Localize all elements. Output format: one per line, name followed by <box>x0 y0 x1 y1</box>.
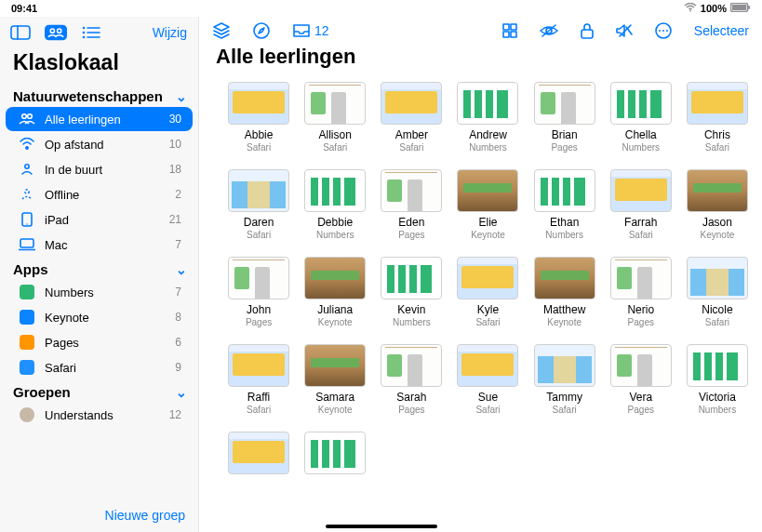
student-app: Safari <box>684 317 751 327</box>
groups-section-header[interactable]: Groepen ⌄ <box>0 380 198 402</box>
svg-point-10 <box>83 32 86 34</box>
sidebar-filter-offline[interactable]: Offline2 <box>6 182 193 206</box>
student-app: Numbers <box>608 142 675 153</box>
student-tile[interactable]: AmberSafari <box>378 82 445 153</box>
edit-button[interactable]: Wijzig <box>153 25 187 40</box>
sidebar-filter-in-de-buurt[interactable]: In de buurt18 <box>6 157 193 181</box>
student-app: Keynote <box>454 230 521 240</box>
student-tile[interactable]: TammySafari <box>531 344 598 415</box>
student-name: Kevin <box>378 303 445 316</box>
svg-rect-2 <box>732 5 746 10</box>
sidebar-filter-ipad[interactable]: iPad21 <box>6 207 193 232</box>
student-tile[interactable]: ElieKeynote <box>454 169 521 240</box>
svg-point-42 <box>662 30 664 32</box>
layers-button[interactable] <box>212 22 231 39</box>
screen-thumb <box>687 344 748 387</box>
student-tile[interactable]: SueSafari <box>454 344 521 415</box>
student-name: Abbie <box>225 128 292 141</box>
mute-button[interactable] <box>616 23 633 38</box>
student-tile[interactable]: RaffiSafari <box>225 344 292 415</box>
student-tile[interactable]: BrianPages <box>531 82 598 153</box>
app-label: Keynote <box>45 311 89 325</box>
screen-thumb <box>304 257 366 299</box>
svg-rect-3 <box>748 6 750 9</box>
student-app: Pages <box>608 405 675 415</box>
student-tile[interactable]: EdenPages <box>378 169 445 240</box>
student-tile[interactable]: NicoleSafari <box>684 257 751 327</box>
sidebar-app-numbers[interactable]: Numbers7 <box>6 280 193 304</box>
sidebar-app-keynote[interactable]: Keynote8 <box>6 305 193 329</box>
svg-rect-32 <box>503 32 509 37</box>
lock-button[interactable] <box>581 22 594 39</box>
hide-screen-button[interactable] <box>540 24 558 37</box>
student-tile[interactable]: JulianaKeynote <box>301 257 368 327</box>
student-tile[interactable]: JasonKeynote <box>684 169 751 240</box>
app-title: Klaslokaal <box>0 47 198 85</box>
filter-count: 18 <box>169 163 181 176</box>
app-icon <box>19 284 35 300</box>
navigate-button[interactable] <box>253 22 270 39</box>
screen-thumb <box>304 82 366 125</box>
student-tile[interactable]: ChellaNumbers <box>608 82 675 153</box>
filter-label: In de buurt <box>45 163 102 177</box>
student-tile[interactable]: AllisonSafari <box>301 82 368 153</box>
student-app: Pages <box>378 405 445 415</box>
filter-count: 2 <box>175 188 181 201</box>
student-app: Keynote <box>684 230 751 240</box>
student-app: Safari <box>225 230 292 240</box>
student-tile[interactable]: AbbieSafari <box>225 82 292 153</box>
student-tile[interactable]: ChrisSafari <box>684 82 751 153</box>
student-name: Elie <box>454 216 521 229</box>
student-name: Andrew <box>454 128 521 141</box>
student-app: Numbers <box>301 230 368 240</box>
new-group-button[interactable]: Nieuwe groep <box>0 502 198 532</box>
student-tile[interactable]: FarrahSafari <box>608 169 675 240</box>
student-tile[interactable]: JohnPages <box>225 257 292 327</box>
student-tile[interactable]: MatthewKeynote <box>531 257 598 327</box>
student-tile[interactable]: KevinNumbers <box>378 257 445 327</box>
class-section-header[interactable]: Natuurwetenschappen ⌄ <box>0 85 198 106</box>
screen-thumb <box>687 169 748 212</box>
student-tile[interactable]: DebbieNumbers <box>301 169 368 240</box>
toggle-sidebar-icon[interactable] <box>9 24 32 41</box>
student-tile[interactable]: SamaraKeynote <box>301 344 368 415</box>
student-app: Safari <box>378 142 445 153</box>
sidebar-app-pages[interactable]: Pages6 <box>6 330 193 354</box>
student-name: Victoria <box>684 391 751 404</box>
select-button[interactable]: Selecteer <box>694 23 749 38</box>
screen-thumb <box>228 344 289 387</box>
list-mode-icon[interactable] <box>80 24 102 41</box>
sidebar-filter-op-afstand[interactable]: Op afstand10 <box>6 132 193 156</box>
sidebar-filter-mac[interactable]: Mac7 <box>6 233 193 257</box>
svg-point-28 <box>20 407 34 422</box>
sidebar-filter-alle-leerlingen[interactable]: Alle leerlingen30 <box>6 107 193 131</box>
student-tile[interactable]: AndrewNumbers <box>454 82 521 153</box>
student-tile[interactable]: KyleSafari <box>454 257 521 327</box>
student-tile[interactable]: NerioPages <box>608 257 675 327</box>
student-tile[interactable]: VeraPages <box>608 344 675 415</box>
student-tile[interactable]: VictoriaNumbers <box>684 344 751 415</box>
inbox-button[interactable]: 12 <box>292 23 329 38</box>
student-tile[interactable]: EthanNumbers <box>531 169 598 240</box>
people-mode-icon[interactable] <box>45 24 67 41</box>
apps-section-header[interactable]: Apps ⌄ <box>0 258 198 279</box>
student-tile[interactable] <box>301 432 368 478</box>
student-tile[interactable]: DarenSafari <box>225 169 292 240</box>
svg-rect-30 <box>503 24 509 30</box>
chevron-down-icon: ⌄ <box>176 89 187 104</box>
student-tile[interactable]: SarahPages <box>378 344 445 415</box>
wifi-icon <box>684 3 697 14</box>
sidebar-app-safari[interactable]: Safari9 <box>6 355 193 379</box>
grid-view-button[interactable] <box>502 23 517 38</box>
student-name: Daren <box>225 216 292 229</box>
app-count: 9 <box>175 361 181 374</box>
sidebar-group-understands[interactable]: Understands12 <box>6 403 193 427</box>
sidebar-header: Wijzig <box>0 20 198 47</box>
svg-point-0 <box>689 10 691 12</box>
student-tile[interactable] <box>225 432 292 478</box>
student-app: Numbers <box>684 405 751 415</box>
more-button[interactable] <box>655 22 672 39</box>
screen-thumb <box>228 169 289 212</box>
student-app: Safari <box>531 405 598 415</box>
student-app: Numbers <box>454 142 521 153</box>
